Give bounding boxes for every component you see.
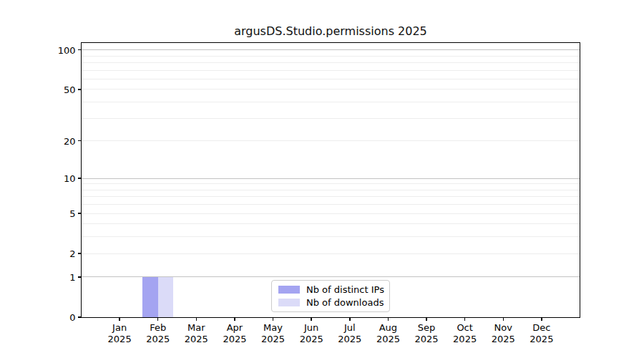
y-tick-mark <box>78 253 81 254</box>
x-tick-mark <box>273 318 274 321</box>
x-tick-label: May2025 <box>252 322 295 345</box>
x-tick-month: Oct <box>444 322 487 334</box>
x-tick-year: 2025 <box>405 334 448 345</box>
x-tick-mark <box>311 318 312 321</box>
x-tick-label: Aug2025 <box>366 322 409 345</box>
y-tick-mark <box>78 89 81 90</box>
x-tick-mark <box>157 318 159 321</box>
x-tick-year: 2025 <box>520 334 563 345</box>
x-tick-mark <box>196 318 197 321</box>
x-tick-year: 2025 <box>444 334 487 345</box>
x-tick-label: Nov2025 <box>482 322 525 345</box>
x-tick-month: Mar <box>175 322 218 334</box>
x-tick-label: Oct2025 <box>444 322 487 345</box>
legend-swatch-icon <box>278 299 300 306</box>
x-tick-mark <box>349 318 351 321</box>
y-tick-label: 2 <box>33 249 76 258</box>
legend: Nb of distinct IPsNb of downloads <box>271 280 390 312</box>
x-tick-year: 2025 <box>175 334 218 345</box>
x-tick-label: Apr2025 <box>213 322 256 345</box>
x-tick-month: Feb <box>137 322 180 334</box>
x-tick-label: Jun2025 <box>290 322 333 345</box>
x-tick-year: 2025 <box>290 334 333 345</box>
x-tick-month: Aug <box>366 322 409 334</box>
y-tick-label: 10 <box>33 174 76 183</box>
legend-item: Nb of distinct IPs <box>278 284 383 295</box>
x-tick-year: 2025 <box>252 334 295 345</box>
axes-frame <box>81 42 580 318</box>
y-tick-mark <box>78 276 81 278</box>
x-tick-year: 2025 <box>98 334 141 345</box>
y-tick-mark <box>78 49 81 51</box>
legend-item: Nb of downloads <box>278 297 383 308</box>
x-tick-month: Jul <box>328 322 371 334</box>
y-tick-label: 5 <box>33 209 76 218</box>
y-tick-label: 50 <box>33 84 76 94</box>
x-tick-month: Jan <box>98 322 141 334</box>
legend-item-label: Nb of downloads <box>306 297 384 308</box>
x-tick-year: 2025 <box>366 334 409 345</box>
x-tick-mark <box>464 318 466 321</box>
x-tick-label: Jan2025 <box>98 322 141 345</box>
download-stats-chart: argusDS.Studio.permissions 2025 01251020… <box>0 0 644 358</box>
y-tick-label: 1 <box>33 272 76 281</box>
x-tick-mark <box>426 318 427 321</box>
y-tick-mark <box>78 178 81 179</box>
x-tick-mark <box>541 318 542 321</box>
legend-swatch-icon <box>278 286 300 294</box>
y-tick-mark <box>78 213 81 214</box>
x-tick-year: 2025 <box>482 334 525 345</box>
x-tick-year: 2025 <box>328 334 371 345</box>
y-tick-label: 20 <box>33 136 76 145</box>
x-tick-mark <box>388 318 389 321</box>
x-tick-month: Jun <box>290 322 333 334</box>
x-tick-month: Sep <box>405 322 448 334</box>
x-tick-label: Dec2025 <box>520 322 563 345</box>
x-tick-month: Dec <box>520 322 563 334</box>
x-tick-month: May <box>252 322 295 334</box>
x-tick-label: Mar2025 <box>175 322 218 345</box>
x-tick-mark <box>119 318 120 321</box>
x-tick-label: Feb2025 <box>137 322 180 345</box>
x-tick-month: Nov <box>482 322 525 334</box>
x-tick-year: 2025 <box>137 334 180 345</box>
x-tick-year: 2025 <box>213 334 256 345</box>
x-tick-label: Sep2025 <box>405 322 448 345</box>
x-tick-label: Jul2025 <box>328 322 371 345</box>
y-tick-label: 100 <box>33 45 76 54</box>
x-tick-mark <box>234 318 235 321</box>
y-tick-label: 0 <box>33 313 76 322</box>
x-tick-month: Apr <box>213 322 256 334</box>
legend-item-label: Nb of distinct IPs <box>306 284 384 295</box>
x-tick-mark <box>503 318 504 321</box>
y-tick-mark <box>78 316 81 318</box>
y-tick-mark <box>78 140 81 142</box>
